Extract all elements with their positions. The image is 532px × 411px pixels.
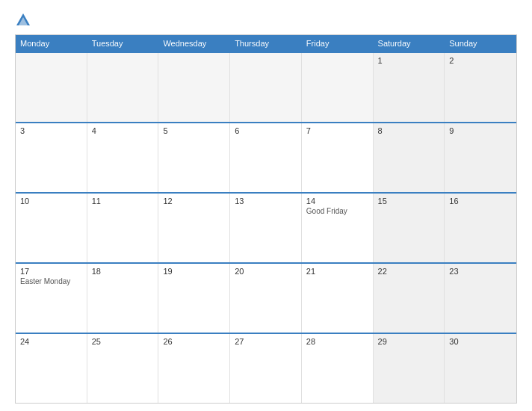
day-number: 29 — [378, 337, 440, 346]
calendar-cell: 13 — [230, 194, 302, 262]
day-number: 24 — [20, 337, 82, 346]
weekday-header: Friday — [302, 35, 374, 52]
calendar-cell: 27 — [230, 334, 302, 403]
day-number: 3 — [20, 126, 82, 135]
calendar-cell: 14Good Friday — [302, 194, 374, 262]
day-number: 10 — [20, 197, 82, 206]
holiday-label: Easter Monday — [20, 277, 82, 285]
weekday-header: Tuesday — [87, 35, 159, 52]
day-number: 19 — [163, 267, 225, 276]
calendar-cell: 21 — [302, 264, 374, 333]
calendar-row: 17Easter Monday181920212223 — [16, 262, 516, 333]
calendar-cell — [302, 53, 374, 122]
calendar-cell: 15 — [374, 194, 445, 262]
day-number: 20 — [235, 267, 297, 276]
day-number: 11 — [92, 197, 154, 206]
weekday-header: Sunday — [445, 35, 516, 52]
calendar-cell: 20 — [230, 264, 302, 333]
day-number: 9 — [449, 126, 512, 135]
calendar-cell: 18 — [87, 264, 159, 333]
day-number: 26 — [163, 337, 225, 346]
calendar-header: MondayTuesdayWednesdayThursdayFridaySatu… — [16, 35, 516, 52]
calendar-cell — [87, 53, 159, 122]
calendar-cell: 16 — [445, 194, 516, 262]
calendar-cell: 2 — [445, 53, 516, 122]
day-number: 28 — [306, 337, 368, 346]
calendar-cell — [230, 53, 302, 122]
calendar-cell: 8 — [374, 123, 445, 192]
calendar-cell: 28 — [302, 334, 374, 403]
header — [15, 12, 517, 28]
day-number: 6 — [235, 126, 297, 135]
calendar-cell: 17Easter Monday — [16, 264, 87, 333]
day-number: 30 — [449, 337, 512, 346]
calendar-cell: 24 — [16, 334, 87, 403]
logo — [15, 12, 33, 28]
calendar-body: 1234567891011121314Good Friday151617East… — [16, 52, 516, 403]
calendar-row: 24252627282930 — [16, 333, 516, 403]
calendar: MondayTuesdayWednesdayThursdayFridaySatu… — [15, 34, 517, 404]
calendar-row: 1011121314Good Friday1516 — [16, 192, 516, 262]
day-number: 13 — [235, 197, 297, 206]
calendar-cell — [16, 53, 87, 122]
day-number: 23 — [449, 267, 512, 276]
day-number: 14 — [306, 197, 368, 206]
day-number: 1 — [378, 56, 440, 65]
calendar-cell: 23 — [445, 264, 516, 333]
calendar-cell: 30 — [445, 334, 516, 403]
calendar-cell: 12 — [158, 194, 230, 262]
holiday-label: Good Friday — [306, 207, 368, 215]
day-number: 12 — [163, 197, 225, 206]
logo-icon — [15, 12, 31, 28]
calendar-cell: 3 — [16, 123, 87, 192]
calendar-cell: 29 — [374, 334, 445, 403]
calendar-cell — [158, 53, 230, 122]
weekday-header: Wednesday — [158, 35, 230, 52]
day-number: 7 — [306, 126, 368, 135]
calendar-cell: 26 — [158, 334, 230, 403]
day-number: 18 — [92, 267, 154, 276]
day-number: 17 — [20, 267, 82, 276]
calendar-cell: 10 — [16, 194, 87, 262]
day-number: 27 — [235, 337, 297, 346]
day-number: 5 — [163, 126, 225, 135]
calendar-cell: 25 — [87, 334, 159, 403]
calendar-cell: 4 — [87, 123, 159, 192]
calendar-row: 12 — [16, 52, 516, 122]
day-number: 25 — [92, 337, 154, 346]
day-number: 15 — [378, 197, 440, 206]
weekday-header: Monday — [16, 35, 87, 52]
page: MondayTuesdayWednesdayThursdayFridaySatu… — [0, 0, 532, 411]
calendar-row: 3456789 — [16, 122, 516, 192]
day-number: 4 — [92, 126, 154, 135]
calendar-cell: 5 — [158, 123, 230, 192]
day-number: 22 — [378, 267, 440, 276]
weekday-header: Thursday — [230, 35, 302, 52]
calendar-cell: 9 — [445, 123, 516, 192]
calendar-cell: 7 — [302, 123, 374, 192]
calendar-cell: 11 — [87, 194, 159, 262]
calendar-cell: 22 — [374, 264, 445, 333]
day-number: 21 — [306, 267, 368, 276]
day-number: 16 — [449, 197, 512, 206]
weekday-header: Saturday — [374, 35, 445, 52]
calendar-cell: 1 — [374, 53, 445, 122]
day-number: 2 — [449, 56, 512, 65]
day-number: 8 — [378, 126, 440, 135]
calendar-cell: 6 — [230, 123, 302, 192]
calendar-cell: 19 — [158, 264, 230, 333]
